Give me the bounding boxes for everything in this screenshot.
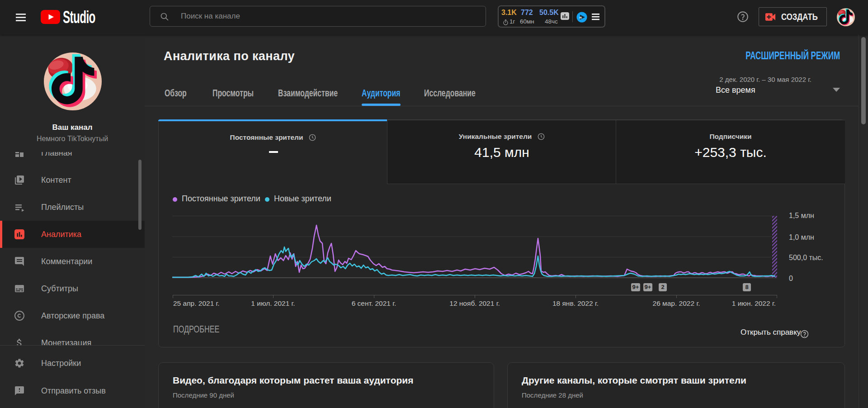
svg-text:ю: ю — [580, 16, 582, 19]
